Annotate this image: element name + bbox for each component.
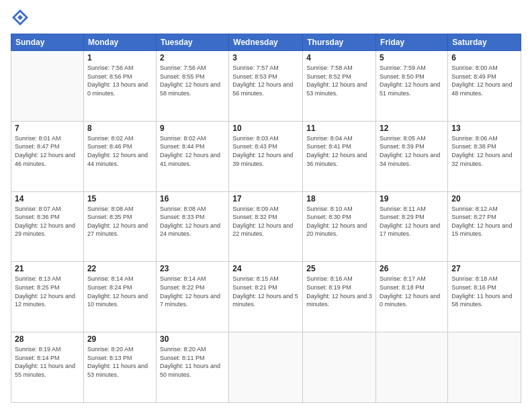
week-row-2: 14Sunrise: 8:07 AMSunset: 8:36 PMDayligh… (11, 191, 521, 262)
weekday-header-saturday: Saturday (448, 34, 521, 51)
calendar-cell: 15Sunrise: 8:08 AMSunset: 8:35 PMDayligh… (83, 191, 156, 262)
day-number: 17 (232, 194, 299, 203)
day-number: 25 (306, 264, 372, 273)
day-number: 18 (306, 194, 372, 203)
day-number: 23 (160, 264, 225, 273)
day-number: 2 (160, 53, 225, 62)
day-number: 6 (451, 53, 517, 62)
calendar-cell: 24Sunrise: 8:15 AMSunset: 8:21 PMDayligh… (229, 262, 303, 332)
day-info: Sunrise: 8:19 AMSunset: 8:14 PMDaylight:… (15, 345, 80, 379)
day-info: Sunrise: 8:08 AMSunset: 8:35 PMDaylight:… (87, 205, 152, 238)
week-row-0: 1Sunrise: 7:56 AMSunset: 8:56 PMDaylight… (11, 51, 521, 122)
day-info: Sunrise: 7:56 AMSunset: 8:56 PMDaylight:… (87, 64, 152, 97)
day-info: Sunrise: 8:12 AMSunset: 8:27 PMDaylight:… (451, 205, 517, 238)
day-info: Sunrise: 8:01 AMSunset: 8:47 PMDaylight:… (15, 134, 80, 168)
calendar-cell: 26Sunrise: 8:17 AMSunset: 8:18 PMDayligh… (376, 262, 448, 332)
day-info: Sunrise: 7:56 AMSunset: 8:55 PMDaylight:… (160, 64, 225, 97)
calendar-cell: 3Sunrise: 7:57 AMSunset: 8:53 PMDaylight… (229, 51, 303, 122)
day-info: Sunrise: 8:15 AMSunset: 8:21 PMDaylight:… (232, 275, 299, 308)
week-row-1: 7Sunrise: 8:01 AMSunset: 8:47 PMDaylight… (11, 121, 521, 191)
week-row-4: 28Sunrise: 8:19 AMSunset: 8:14 PMDayligh… (11, 332, 521, 403)
calendar-cell: 23Sunrise: 8:14 AMSunset: 8:22 PMDayligh… (156, 262, 228, 332)
weekday-header-row: SundayMondayTuesdayWednesdayThursdayFrid… (11, 34, 521, 51)
calendar-cell: 14Sunrise: 8:07 AMSunset: 8:36 PMDayligh… (11, 191, 84, 262)
day-number: 14 (15, 194, 80, 203)
calendar-cell: 2Sunrise: 7:56 AMSunset: 8:55 PMDaylight… (156, 51, 228, 122)
calendar-cell: 21Sunrise: 8:13 AMSunset: 8:25 PMDayligh… (11, 262, 84, 332)
day-number: 24 (232, 264, 299, 273)
day-info: Sunrise: 8:03 AMSunset: 8:43 PMDaylight:… (232, 134, 299, 168)
header (11, 8, 521, 27)
day-info: Sunrise: 8:11 AMSunset: 8:29 PMDaylight:… (380, 205, 444, 238)
day-number: 3 (232, 53, 299, 62)
calendar-cell: 4Sunrise: 7:58 AMSunset: 8:52 PMDaylight… (303, 51, 376, 122)
day-info: Sunrise: 8:14 AMSunset: 8:24 PMDaylight:… (87, 275, 152, 308)
day-info: Sunrise: 8:13 AMSunset: 8:25 PMDaylight:… (15, 275, 80, 308)
calendar-cell (448, 332, 521, 403)
day-number: 29 (87, 334, 152, 344)
calendar-cell (303, 332, 376, 403)
day-number: 15 (87, 194, 152, 203)
logo-icon (11, 8, 30, 27)
day-info: Sunrise: 8:04 AMSunset: 8:41 PMDaylight:… (306, 134, 372, 168)
calendar-cell: 8Sunrise: 8:02 AMSunset: 8:46 PMDaylight… (83, 121, 156, 191)
calendar-cell (376, 332, 448, 403)
calendar-cell: 7Sunrise: 8:01 AMSunset: 8:47 PMDaylight… (11, 121, 84, 191)
calendar-cell: 6Sunrise: 8:00 AMSunset: 8:49 PMDaylight… (448, 51, 521, 122)
weekday-header-wednesday: Wednesday (229, 34, 303, 51)
weekday-header-thursday: Thursday (303, 34, 376, 51)
day-info: Sunrise: 8:20 AMSunset: 8:13 PMDaylight:… (87, 345, 152, 379)
day-number: 13 (451, 124, 517, 133)
day-number: 4 (306, 53, 372, 62)
day-info: Sunrise: 8:05 AMSunset: 8:39 PMDaylight:… (380, 134, 444, 168)
day-number: 21 (15, 264, 80, 273)
calendar-cell: 9Sunrise: 8:02 AMSunset: 8:44 PMDaylight… (156, 121, 228, 191)
day-info: Sunrise: 8:14 AMSunset: 8:22 PMDaylight:… (160, 275, 225, 308)
calendar-cell: 16Sunrise: 8:08 AMSunset: 8:33 PMDayligh… (156, 191, 228, 262)
day-number: 7 (15, 124, 80, 133)
weekday-header-tuesday: Tuesday (156, 34, 228, 51)
day-number: 27 (451, 264, 517, 273)
day-number: 9 (160, 124, 225, 133)
calendar-cell: 20Sunrise: 8:12 AMSunset: 8:27 PMDayligh… (448, 191, 521, 262)
day-info: Sunrise: 8:02 AMSunset: 8:46 PMDaylight:… (87, 134, 152, 168)
weekday-header-friday: Friday (376, 34, 448, 51)
day-number: 28 (15, 334, 80, 344)
calendar-cell: 29Sunrise: 8:20 AMSunset: 8:13 PMDayligh… (83, 332, 156, 403)
calendar-cell: 10Sunrise: 8:03 AMSunset: 8:43 PMDayligh… (229, 121, 303, 191)
day-number: 8 (87, 124, 152, 133)
day-info: Sunrise: 8:10 AMSunset: 8:30 PMDaylight:… (306, 205, 372, 238)
day-info: Sunrise: 8:00 AMSunset: 8:49 PMDaylight:… (451, 64, 517, 97)
calendar-cell (229, 332, 303, 403)
day-info: Sunrise: 8:17 AMSunset: 8:18 PMDaylight:… (380, 275, 444, 308)
day-number: 1 (87, 53, 152, 62)
day-info: Sunrise: 8:08 AMSunset: 8:33 PMDaylight:… (160, 205, 225, 238)
day-info: Sunrise: 7:59 AMSunset: 8:50 PMDaylight:… (380, 64, 444, 97)
day-number: 10 (232, 124, 299, 133)
weekday-header-monday: Monday (83, 34, 156, 51)
calendar-cell: 12Sunrise: 8:05 AMSunset: 8:39 PMDayligh… (376, 121, 448, 191)
weekday-header-sunday: Sunday (11, 34, 84, 51)
day-info: Sunrise: 8:16 AMSunset: 8:19 PMDaylight:… (306, 275, 372, 308)
day-number: 30 (160, 334, 225, 344)
day-number: 20 (451, 194, 517, 203)
day-number: 12 (380, 124, 444, 133)
day-number: 19 (380, 194, 444, 203)
day-info: Sunrise: 8:07 AMSunset: 8:36 PMDaylight:… (15, 205, 80, 238)
calendar-cell: 22Sunrise: 8:14 AMSunset: 8:24 PMDayligh… (83, 262, 156, 332)
day-number: 26 (380, 264, 444, 273)
calendar-cell: 5Sunrise: 7:59 AMSunset: 8:50 PMDaylight… (376, 51, 448, 122)
week-row-3: 21Sunrise: 8:13 AMSunset: 8:25 PMDayligh… (11, 262, 521, 332)
day-number: 11 (306, 124, 372, 133)
calendar-cell: 13Sunrise: 8:06 AMSunset: 8:38 PMDayligh… (448, 121, 521, 191)
logo (11, 8, 32, 27)
day-info: Sunrise: 8:06 AMSunset: 8:38 PMDaylight:… (451, 134, 517, 168)
calendar-cell: 28Sunrise: 8:19 AMSunset: 8:14 PMDayligh… (11, 332, 84, 403)
day-info: Sunrise: 7:57 AMSunset: 8:53 PMDaylight:… (232, 64, 299, 97)
calendar-cell: 17Sunrise: 8:09 AMSunset: 8:32 PMDayligh… (229, 191, 303, 262)
day-info: Sunrise: 8:18 AMSunset: 8:16 PMDaylight:… (451, 275, 517, 308)
day-info: Sunrise: 8:20 AMSunset: 8:11 PMDaylight:… (160, 345, 225, 379)
calendar-cell (11, 51, 84, 122)
day-info: Sunrise: 7:58 AMSunset: 8:52 PMDaylight:… (306, 64, 372, 97)
day-info: Sunrise: 8:02 AMSunset: 8:44 PMDaylight:… (160, 134, 225, 168)
